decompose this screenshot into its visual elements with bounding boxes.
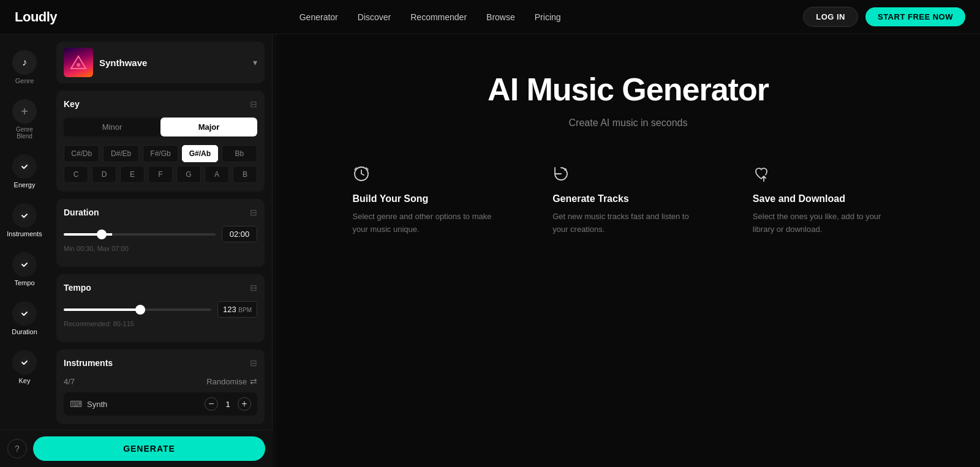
synth-count: 1 xyxy=(223,400,233,409)
key-note-dsharp[interactable]: D#/Eb xyxy=(103,145,138,162)
instruments-clear-icon[interactable]: ⊟ xyxy=(250,358,257,368)
sidebar-label-key: Key xyxy=(19,377,31,384)
music-note-icon: ♪ xyxy=(22,57,27,68)
nav-generator[interactable]: Generator xyxy=(300,12,338,22)
sidebar-label-genre: Genre xyxy=(15,77,34,84)
sidebar-icons: ♪ Genre + Genre Blend Energy Instruments xyxy=(0,34,49,467)
feature-build-desc: Select genre and other options to make y… xyxy=(353,211,504,236)
feature-generate: Generate Tracks Get new music tracks fas… xyxy=(552,165,704,236)
minor-button[interactable]: Minor xyxy=(64,118,160,136)
duration-slider[interactable] xyxy=(64,233,216,236)
sidebar-item-genre-blend[interactable]: + Genre Blend xyxy=(4,93,45,146)
key-section-header: Key ⊟ xyxy=(64,99,257,109)
duration-value: 02:00 xyxy=(222,226,257,242)
duration-clear-icon[interactable]: ⊟ xyxy=(250,207,257,217)
tempo-clear-icon[interactable]: ⊟ xyxy=(250,283,257,293)
genre-name: Synthwave xyxy=(99,58,147,68)
tempo-hint: Recommended: 80-115 xyxy=(64,320,257,327)
generate-bar: ? GENERATE xyxy=(0,430,273,467)
instrument-synth-row: ⌨ Synth − 1 + xyxy=(64,392,257,416)
key-note-csharp[interactable]: C#/Db xyxy=(64,145,99,162)
key-note-f[interactable]: F xyxy=(148,166,173,183)
key-note-b[interactable]: B xyxy=(233,166,257,183)
key-check-icon xyxy=(12,350,37,375)
major-button[interactable]: Major xyxy=(160,118,257,136)
nav-recommender[interactable]: Recommender xyxy=(410,12,467,22)
sidebar-item-instruments[interactable]: Instruments xyxy=(4,197,45,244)
nav-browse[interactable]: Browse xyxy=(486,12,515,22)
generate-button[interactable]: GENERATE xyxy=(33,436,265,461)
tempo-slider-container: 123 BPM Recommended: 80-115 xyxy=(64,301,257,327)
key-mode-toggle: Minor Major xyxy=(64,118,257,136)
key-note-a[interactable]: A xyxy=(205,166,229,183)
chevron-down-icon: ▾ xyxy=(253,58,257,67)
nav-pricing[interactable]: Pricing xyxy=(535,12,561,22)
hero-title: AI Music Generator xyxy=(488,71,769,108)
sidebar-item-genre[interactable]: ♪ Genre xyxy=(4,44,45,91)
help-button[interactable]: ? xyxy=(7,439,27,458)
key-grid: C#/Db D#/Eb F#/Gb G#/Ab Bb C D E F G A B xyxy=(64,145,257,183)
sidebar-item-tempo[interactable]: Tempo xyxy=(4,246,45,293)
feature-build: Build Your Song Select genre and other o… xyxy=(353,165,504,236)
duration-section-header: Duration ⊟ xyxy=(64,207,257,217)
genre-thumbnail-image xyxy=(64,48,93,77)
sidebar-label-energy: Energy xyxy=(14,181,36,189)
genre-info: Synthwave xyxy=(64,48,147,77)
instruments-section-header: Instruments ⊟ xyxy=(64,358,257,368)
genre-selector[interactable]: Synthwave ▾ xyxy=(56,42,265,83)
tempo-section-header: Tempo ⊟ xyxy=(64,283,257,293)
header-actions: LOG IN START FREE NOW xyxy=(803,7,965,27)
svg-point-8 xyxy=(564,168,567,171)
key-note-gsharp[interactable]: G#/Ab xyxy=(182,145,217,162)
sidebar-label-genre-blend: Genre Blend xyxy=(9,126,40,140)
key-note-c[interactable]: C xyxy=(64,166,88,183)
svg-point-2 xyxy=(19,259,30,270)
nav-discover[interactable]: Discover xyxy=(358,12,391,22)
key-clear-icon[interactable]: ⊟ xyxy=(250,99,257,109)
sidebar-label-instruments: Instruments xyxy=(7,230,42,237)
energy-check-icon xyxy=(12,154,37,179)
key-note-fsharp[interactable]: F#/Gb xyxy=(143,145,178,162)
genre-blend-icon-circle: + xyxy=(12,99,37,124)
duration-hint: Min 00:30, Max 07:00 xyxy=(64,245,257,252)
key-note-bb[interactable]: Bb xyxy=(222,145,257,162)
tempo-value: 123 BPM xyxy=(217,301,257,318)
instruments-title: Instruments xyxy=(64,358,113,368)
sidebar-label-tempo: Tempo xyxy=(14,279,34,286)
key-section: Key ⊟ Minor Major C#/Db D#/Eb F#/Gb G#/A… xyxy=(56,91,265,192)
key-note-g[interactable]: G xyxy=(176,166,201,183)
instrument-synth-left: ⌨ Synth xyxy=(70,399,107,409)
instruments-count: 4/7 xyxy=(64,377,75,386)
synth-decrement-button[interactable]: − xyxy=(205,397,218,411)
main-content: AI Music Generator Create AI music in se… xyxy=(276,34,980,467)
synth-increment-button[interactable]: + xyxy=(238,397,251,411)
sidebar-item-energy[interactable]: Energy xyxy=(4,148,45,195)
duration-section: Duration ⊟ 02:00 Min 00:30, Max 07:00 xyxy=(56,199,265,267)
question-mark-icon: ? xyxy=(15,444,20,454)
login-button[interactable]: LOG IN xyxy=(803,7,858,27)
instrument-synth-controls: − 1 + xyxy=(205,397,251,411)
instruments-check-icon xyxy=(12,203,37,228)
randomise-label: Randomise xyxy=(206,377,247,386)
tempo-slider[interactable] xyxy=(64,308,211,311)
sidebar-item-key[interactable]: Key xyxy=(4,344,45,390)
key-note-e[interactable]: E xyxy=(120,166,145,183)
svg-point-4 xyxy=(19,357,30,368)
nav: Generator Discover Recommender Browse Pr… xyxy=(300,12,561,22)
svg-point-1 xyxy=(19,210,30,221)
tempo-check-icon xyxy=(12,252,37,277)
tempo-section: Tempo ⊟ 123 BPM Recommended: 80-115 xyxy=(56,274,265,342)
svg-point-0 xyxy=(19,161,30,172)
feature-save-title: Save and Download xyxy=(753,193,904,204)
instruments-meta: 4/7 Randomise ⇄ xyxy=(64,376,257,386)
start-free-button[interactable]: START FREE NOW xyxy=(865,7,965,26)
sidebar-item-duration[interactable]: Duration xyxy=(4,295,45,342)
refresh-icon xyxy=(552,165,704,186)
randomise-button[interactable]: Randomise ⇄ xyxy=(206,376,257,386)
hero-subtitle: Create AI music in seconds xyxy=(569,118,688,129)
key-note-d[interactable]: D xyxy=(92,166,116,183)
feature-save-desc: Select the ones you like, add to your li… xyxy=(753,211,904,236)
heart-upload-icon xyxy=(753,165,904,186)
feature-build-title: Build Your Song xyxy=(353,193,504,204)
key-row-natural: C D E F G A B xyxy=(64,166,257,183)
